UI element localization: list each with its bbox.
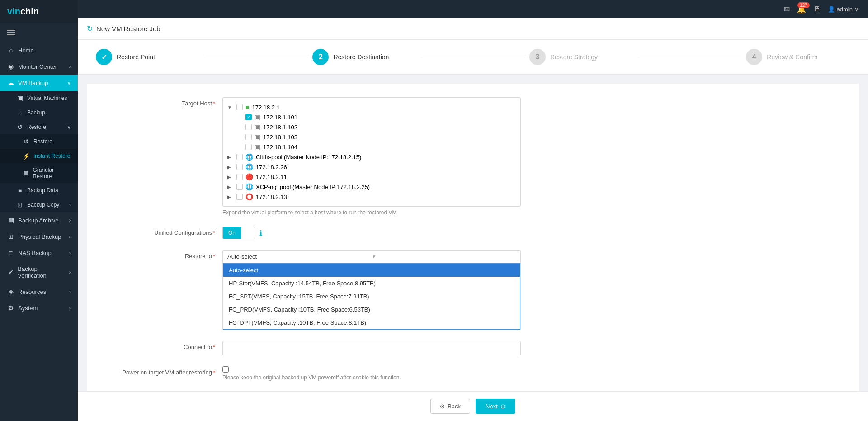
messages-icon[interactable]: ✉ — [784, 5, 790, 14]
sidebar-item-label: Backup — [27, 109, 45, 116]
info-icon[interactable]: ℹ — [259, 229, 262, 237]
expand-icon[interactable]: ▶ — [227, 194, 234, 199]
step-4: 4 Review & Confirm — [746, 49, 850, 65]
dropdown-option-hp-stor[interactable]: HP-Stor(VMFS, Capacity :14.54TB, Free Sp… — [223, 277, 520, 290]
tree-node-1[interactable]: ✓ ▣ 172.18.1.101 — [227, 112, 516, 122]
connect-to-label: Connect to* — [105, 341, 222, 350]
checkbox-node-2[interactable] — [245, 124, 252, 130]
sidebar-item-restore[interactable]: ↺ Restore ∨ — [0, 120, 78, 134]
sidebar-item-restore-sub[interactable]: ↺ Restore — [0, 134, 78, 149]
logo: vinchin — [0, 0, 78, 23]
sidebar-item-granular-restore[interactable]: ▤ Granular Restore — [0, 163, 78, 183]
connect-to-input[interactable] — [222, 341, 521, 355]
restore-submenu: ↺ Restore ⚡ Instant Restore ▤ Granular R… — [0, 134, 78, 183]
sidebar-item-physical-backup[interactable]: ⊞ Physical Backup › — [0, 228, 78, 245]
dropdown-option-fc-dpt[interactable]: FC_DPT(VMFS, Capacity :10TB, Free Space:… — [223, 316, 520, 329]
sidebar-item-label: Home — [18, 47, 34, 54]
sidebar-item-instant-restore[interactable]: ⚡ Instant Restore — [0, 149, 78, 163]
unified-config-toggle[interactable]: On — [222, 227, 255, 239]
sidebar-item-backup[interactable]: ○ Backup — [0, 105, 78, 120]
sidebar-item-backup-copy[interactable]: ⊡ Backup Copy › — [0, 198, 78, 212]
checkbox-node-3[interactable] — [245, 134, 252, 140]
sidebar-item-backup-archive[interactable]: ▤ Backup Archive › — [0, 212, 78, 228]
sidebar-item-resources[interactable]: ◈ Resources › — [0, 284, 78, 300]
checkbox-node-7[interactable] — [236, 174, 243, 180]
chevron-right-icon: › — [69, 306, 71, 311]
step-divider-3 — [638, 57, 742, 57]
restore-to-dropdown[interactable]: Auto-select ▼ Auto-select HP-Stor(VMFS, … — [222, 250, 521, 330]
tree-node-label: 172.18.1.103 — [263, 134, 297, 141]
tree-node-5[interactable]: ▶ 🌐 Citrix-pool (Master Node IP:172.18.2… — [227, 152, 516, 162]
checkbox-node-0[interactable] — [236, 104, 243, 110]
target-host-hint: Expand the virtual platform to select a … — [222, 209, 841, 216]
sidebar-item-home[interactable]: ⌂ Home — [0, 42, 78, 58]
checkbox-node-1[interactable]: ✓ — [245, 114, 252, 120]
tree-node-2[interactable]: ▣ 172.18.1.102 — [227, 122, 516, 132]
tree-node-7[interactable]: ▶ 🔴 172.18.2.11 — [227, 172, 516, 182]
sidebar-item-label: System — [18, 305, 38, 312]
screen-icon[interactable]: 🖥 — [813, 5, 821, 13]
checkbox-node-5[interactable] — [236, 154, 243, 160]
tree-node-label: 172.18.2.13 — [256, 194, 287, 200]
sidebar-item-nas-backup[interactable]: ≡ NAS Backup › — [0, 245, 78, 261]
instant-icon: ⚡ — [23, 152, 30, 160]
sidebar-item-label: NAS Backup — [18, 250, 52, 256]
sidebar-item-virtual-machines[interactable]: ▣ Virtual Machines — [0, 91, 78, 105]
expand-icon[interactable]: ▼ — [227, 105, 234, 110]
notifications-icon[interactable]: 🔔 127 — [797, 5, 806, 14]
tree-node-9[interactable]: ▶ ⭕ 172.18.2.13 — [227, 192, 516, 202]
dropdown-option-fc-spt[interactable]: FC_SPT(VMFS, Capacity :15TB, Free Space:… — [223, 290, 520, 303]
target-host-control: ▼ ■ 172.18.2.1 ✓ ▣ 172.18.1.101 — [222, 97, 841, 216]
wizard-steps: ✓ Restore Point 2 Restore Destination 3 … — [78, 40, 868, 75]
checkbox-node-6[interactable] — [236, 164, 243, 170]
checkbox-node-8[interactable] — [236, 184, 243, 190]
sidebar-item-label: Granular Restore — [33, 167, 71, 180]
expand-icon[interactable]: ▶ — [227, 155, 234, 160]
expand-icon[interactable]: ▶ — [227, 175, 234, 180]
sidebar-item-vm-backup[interactable]: ☁ VM Backup ∨ — [0, 75, 78, 91]
restore-to-control: Auto-select ▼ Auto-select HP-Stor(VMFS, … — [222, 250, 841, 330]
main-content: ✉ 🔔 127 🖥 👤 admin ∨ ↻ New VM Restore Job… — [78, 0, 868, 421]
checkbox-node-9[interactable] — [236, 194, 243, 200]
sidebar-item-label: Resources — [18, 289, 46, 295]
user-menu[interactable]: 👤 admin ∨ — [828, 6, 859, 13]
hamburger-button[interactable] — [0, 23, 78, 42]
dropdown-chevron-icon: ▼ — [372, 254, 516, 259]
sidebar-item-system[interactable]: ⚙ System › — [0, 300, 78, 316]
step-1-label: Restore Point — [117, 53, 155, 61]
system-icon: ⚙ — [7, 304, 14, 312]
backup-icon: ○ — [16, 109, 24, 116]
power-on-checkbox-wrap — [222, 366, 521, 373]
back-button[interactable]: ⊙ Back — [430, 399, 470, 414]
step-divider-2 — [421, 57, 525, 57]
toggle-off-option[interactable] — [241, 227, 255, 239]
sidebar-item-backup-verification[interactable]: ✔ Backup Verification › — [0, 261, 78, 284]
dropdown-option-fc-prd[interactable]: FC_PRD(VMFS, Capacity :10TB, Free Space:… — [223, 303, 520, 316]
archive-icon: ▤ — [7, 217, 14, 224]
power-on-checkbox[interactable] — [222, 366, 229, 373]
step-2-label: Restore Destination — [333, 53, 389, 61]
sidebar-item-monitor[interactable]: ◉ Monitor Center › — [0, 58, 78, 75]
host-tree[interactable]: ▼ ■ 172.18.2.1 ✓ ▣ 172.18.1.101 — [222, 97, 521, 207]
tree-node-0[interactable]: ▼ ■ 172.18.2.1 — [227, 102, 516, 112]
tree-node-label: 172.18.1.102 — [263, 124, 297, 131]
step-3: 3 Restore Strategy — [529, 49, 633, 65]
sidebar-item-backup-data[interactable]: ≡ Backup Data — [0, 183, 78, 198]
restore-to-input[interactable]: Auto-select ▼ — [223, 251, 520, 263]
checkbox-node-4[interactable] — [245, 144, 252, 150]
unified-config-control: On ℹ — [222, 227, 841, 239]
tree-node-6[interactable]: ▶ 🌐 172.18.2.26 — [227, 162, 516, 172]
tree-node-8[interactable]: ▶ 🌐 XCP-ng_pool (Master Node IP:172.18.2… — [227, 182, 516, 192]
step-1: ✓ Restore Point — [96, 49, 200, 65]
tree-node-3[interactable]: ▣ 172.18.1.103 — [227, 132, 516, 142]
vm-backup-submenu: ▣ Virtual Machines ○ Backup ↺ Restore ∨ … — [0, 91, 78, 212]
dropdown-option-auto-select[interactable]: Auto-select — [223, 264, 520, 277]
expand-icon[interactable]: ▶ — [227, 184, 234, 189]
tree-node-4[interactable]: ▣ 172.18.1.104 — [227, 142, 516, 152]
sidebar-item-label: Restore — [27, 124, 46, 130]
refresh-icon[interactable]: ↻ — [87, 24, 93, 33]
next-button[interactable]: Next ⊙ — [476, 399, 515, 414]
toggle-on-option[interactable]: On — [223, 227, 241, 239]
expand-icon[interactable]: ▶ — [227, 165, 234, 170]
chevron-right-icon: › — [69, 289, 71, 294]
